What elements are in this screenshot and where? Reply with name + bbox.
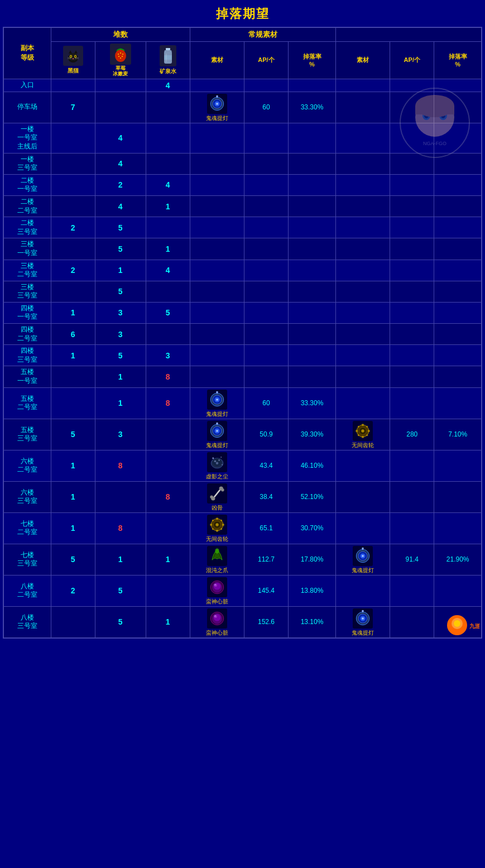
cell-water: 4 (146, 79, 190, 92)
header-row-main: 副本等级 堆数 常规素材 (3, 27, 482, 42)
col-header-water: 矿泉水 (146, 42, 190, 79)
cell-ap1 (244, 324, 288, 345)
table-row: 七楼 三号室511 混沌之爪 112.717.80% 鬼魂提灯 91.421.9… (3, 544, 482, 575)
cell-ap2 (390, 195, 434, 217)
cell-cat: 5 (51, 544, 95, 575)
svg-rect-80 (210, 524, 212, 526)
cell-ap1 (244, 281, 288, 302)
svg-rect-81 (222, 524, 224, 526)
cell-ap2 (390, 153, 434, 174)
cell-rate1: 30.70% (288, 512, 335, 544)
cell-rate1: 33.30% (288, 92, 335, 123)
table-row: 一楼 一号室 主线后4 (3, 123, 482, 153)
cell-material1 (190, 123, 244, 153)
table-row: 六楼 二号室18 虚影之尘 43.446.10% (3, 450, 482, 481)
svg-point-87 (215, 548, 219, 553)
cell-cat: 2 (51, 575, 95, 606)
cell-material1: 无间齿轮 (190, 512, 244, 544)
cell-ap1: 38.4 (244, 481, 288, 512)
table-row: 七楼 二号室18 无间齿轮 65.130.70% (3, 512, 482, 544)
cell-rate2 (434, 387, 482, 419)
cell-rate1: 17.80% (288, 544, 335, 575)
cell-material1 (190, 366, 244, 387)
cell-strawberry: 8 (95, 512, 146, 544)
cell-material1: 虚影之尘 (190, 450, 244, 481)
svg-point-71 (210, 495, 213, 498)
cell-material1 (190, 174, 244, 195)
cell-material1: 混沌之爪 (190, 544, 244, 575)
cell-material2 (336, 79, 390, 92)
svg-rect-54 (368, 430, 370, 432)
cell-strawberry: 5 (95, 575, 146, 606)
cell-material2 (336, 92, 390, 123)
page-title: 掉落期望 (3, 6, 482, 22)
cell-water (146, 512, 190, 544)
svg-point-30 (216, 103, 218, 105)
cell-material1 (190, 302, 244, 323)
row-label: 入口 (3, 79, 51, 92)
row-label: 四楼 二号室 (3, 324, 51, 345)
cell-strawberry: 4 (95, 195, 146, 217)
cell-ap2 (390, 92, 434, 123)
page-wrapper: 掉落期望 副本等级 堆数 常规素材 (0, 0, 485, 644)
table-row: 停车场7 鬼魂提灯 6033.30% (3, 92, 482, 123)
col-header-group2-left: 常规素材 (190, 27, 335, 42)
row-label: 五楼 一号室 (3, 366, 51, 387)
cell-water: 8 (146, 387, 190, 419)
table-row: 入口4 (3, 79, 482, 92)
cell-strawberry: 3 (95, 419, 146, 450)
svg-point-62 (214, 460, 216, 462)
cell-rate1: 46.10% (288, 450, 335, 481)
cell-rate1 (288, 366, 335, 387)
cell-water (146, 217, 190, 238)
cat-label: 黑猫 (68, 67, 79, 75)
cell-cat (51, 238, 95, 260)
svg-rect-52 (362, 436, 364, 438)
cell-ap1 (244, 366, 288, 387)
cat-svg (63, 46, 83, 66)
cell-ap2 (390, 345, 434, 366)
svg-point-17 (120, 52, 121, 54)
cell-rate2 (434, 575, 482, 606)
cell-rate2 (434, 450, 482, 481)
cell-cat (51, 123, 95, 153)
cell-rate2 (434, 302, 482, 323)
cell-cat: 2 (51, 217, 95, 238)
table-row: 二楼 二号室41 (3, 195, 482, 217)
svg-rect-78 (216, 517, 218, 520)
svg-point-7 (70, 55, 71, 57)
cell-ap1 (244, 260, 288, 281)
water-label: 矿泉水 (160, 68, 176, 75)
cell-rate1 (288, 281, 335, 302)
cell-material1 (190, 153, 244, 174)
cell-strawberry (95, 79, 146, 92)
cell-material2: 鬼魂提灯 (336, 606, 390, 638)
svg-point-63 (218, 459, 220, 461)
cell-rate1: 33.30% (288, 387, 335, 419)
row-label: 四楼 一号室 (3, 302, 51, 323)
cell-material1: 凶骨 (190, 481, 244, 512)
table-row: 一楼 三号室4 (3, 153, 482, 174)
cell-rate2 (434, 238, 482, 260)
cell-ap1: 65.1 (244, 512, 288, 544)
cell-ap2 (390, 260, 434, 281)
cell-ap1 (244, 195, 288, 217)
cell-ap1: 145.4 (244, 575, 288, 606)
strawberry-svg (110, 44, 131, 65)
cell-strawberry: 1 (95, 544, 146, 575)
svg-point-8 (75, 55, 76, 57)
cell-rate1 (288, 123, 335, 153)
cell-ap1 (244, 238, 288, 260)
table-row: 三楼 二号室214 (3, 260, 482, 281)
cell-rate2 (434, 123, 482, 153)
col-header-cat: 黑猫 (51, 42, 95, 79)
row-label: 三楼 三号室 (3, 281, 51, 302)
row-label: 五楼 三号室 (3, 419, 51, 450)
cell-cat (51, 281, 95, 302)
cell-rate2 (434, 153, 482, 174)
cell-ap1 (244, 302, 288, 323)
cell-material1 (190, 345, 244, 366)
cell-water (146, 123, 190, 153)
cell-water: 1 (146, 544, 190, 575)
cell-rate1 (288, 238, 335, 260)
